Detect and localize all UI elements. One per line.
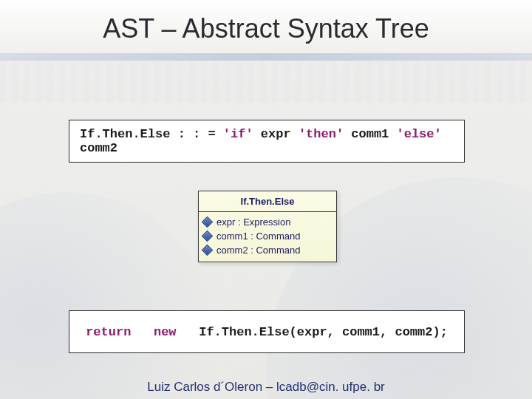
expr: expr	[261, 127, 291, 141]
code-return-box: return new If.Then.Else(expr, comm1, com…	[69, 310, 465, 353]
grammar-box: If.Then.Else : : = 'if' expr 'then' comm…	[69, 120, 465, 163]
kw-return: return	[86, 325, 131, 339]
bg-decor	[0, 192, 222, 399]
header-bar	[0, 53, 532, 61]
kw-else: 'else'	[397, 127, 442, 141]
association-icon	[202, 216, 214, 228]
association-icon	[202, 245, 214, 256]
attr-text: comm2 : Command	[216, 245, 300, 256]
kw-then: 'then'	[299, 127, 344, 141]
attr-text: comm1 : Command	[216, 231, 300, 242]
comm2: comm2	[80, 141, 117, 155]
uml-class-box: If.Then.Else expr : Expression comm1 : C…	[198, 191, 337, 262]
uml-attr-row: comm1 : Command	[203, 229, 332, 243]
slide-footer: Luiz Carlos d´Oleron – lcadb@cin. ufpe. …	[0, 380, 532, 395]
kw-if: 'if'	[223, 127, 253, 141]
uml-attr-row: comm2 : Command	[203, 243, 332, 257]
uml-attributes: expr : Expression comm1 : Command comm2 …	[199, 212, 336, 262]
attr-text: expr : Expression	[216, 216, 290, 228]
uml-class-name: If.Then.Else	[199, 191, 336, 212]
uml-attr-row: expr : Expression	[203, 215, 332, 229]
op: : : =	[178, 127, 216, 141]
kw-new: new	[154, 325, 177, 339]
constructor-call: If.Then.Else(expr, comm1, comm2);	[199, 325, 448, 339]
association-icon	[202, 231, 214, 242]
lhs: If.Then.Else	[80, 127, 170, 141]
slide: AST – Abstract Syntax Tree If.Then.Else …	[0, 0, 532, 399]
binary-strip	[0, 61, 532, 102]
code-text: return new If.Then.Else(expr, comm1, com…	[86, 325, 448, 339]
slide-title: AST – Abstract Syntax Tree	[0, 13, 532, 44]
grammar-text: If.Then.Else : : = 'if' expr 'then' comm…	[80, 127, 454, 155]
comm1: comm1	[351, 127, 389, 141]
